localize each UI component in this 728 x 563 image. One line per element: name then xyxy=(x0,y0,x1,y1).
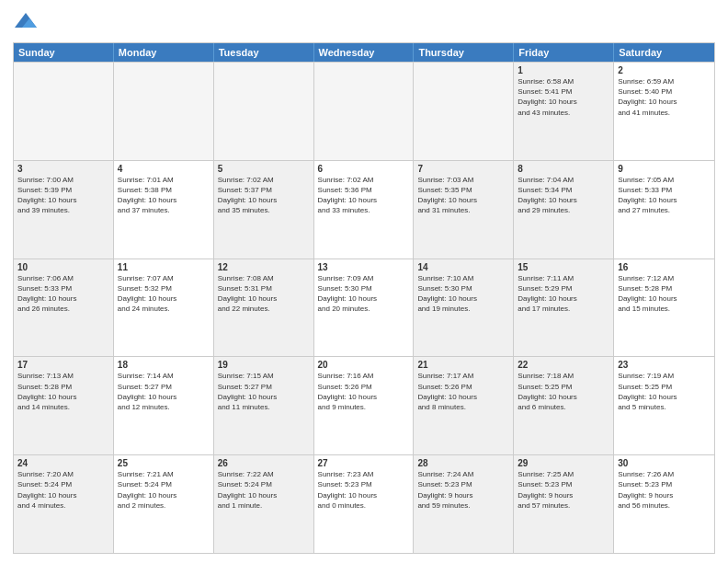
day-number: 18 xyxy=(118,360,210,370)
calendar-body: 1Sunrise: 6:58 AM Sunset: 5:41 PM Daylig… xyxy=(14,62,714,553)
calendar-cell: 26Sunrise: 7:22 AM Sunset: 5:24 PM Dayli… xyxy=(214,455,314,553)
day-info: Sunrise: 7:12 AM Sunset: 5:28 PM Dayligh… xyxy=(618,273,711,315)
calendar-cell: 21Sunrise: 7:17 AM Sunset: 5:26 PM Dayli… xyxy=(414,357,514,454)
day-info: Sunrise: 7:06 AM Sunset: 5:33 PM Dayligh… xyxy=(17,273,109,315)
calendar-cell: 28Sunrise: 7:24 AM Sunset: 5:23 PM Dayli… xyxy=(414,455,514,553)
calendar-cell: 27Sunrise: 7:23 AM Sunset: 5:23 PM Dayli… xyxy=(314,455,415,553)
day-info: Sunrise: 7:22 AM Sunset: 5:24 PM Dayligh… xyxy=(218,469,310,511)
day-number: 29 xyxy=(518,458,609,468)
day-info: Sunrise: 7:17 AM Sunset: 5:26 PM Dayligh… xyxy=(417,371,509,412)
calendar-cell: 4Sunrise: 7:01 AM Sunset: 5:38 PM Daylig… xyxy=(114,161,214,259)
day-info: Sunrise: 6:58 AM Sunset: 5:41 PM Dayligh… xyxy=(518,76,609,118)
day-number: 22 xyxy=(518,360,609,370)
calendar-cell: 1Sunrise: 6:58 AM Sunset: 5:41 PM Daylig… xyxy=(514,63,614,160)
day-info: Sunrise: 7:19 AM Sunset: 5:25 PM Dayligh… xyxy=(618,371,711,412)
calendar-cell: 25Sunrise: 7:21 AM Sunset: 5:24 PM Dayli… xyxy=(114,455,214,553)
day-info: Sunrise: 7:16 AM Sunset: 5:26 PM Dayligh… xyxy=(318,371,410,412)
day-info: Sunrise: 7:10 AM Sunset: 5:30 PM Dayligh… xyxy=(417,273,509,315)
day-number: 12 xyxy=(218,262,310,272)
calendar-cell: 16Sunrise: 7:12 AM Sunset: 5:28 PM Dayli… xyxy=(614,259,714,357)
day-info: Sunrise: 7:13 AM Sunset: 5:28 PM Dayligh… xyxy=(17,371,109,412)
day-number: 9 xyxy=(618,164,711,174)
day-info: Sunrise: 7:26 AM Sunset: 5:23 PM Dayligh… xyxy=(618,469,711,511)
day-number: 3 xyxy=(17,164,109,174)
weekday-header: Thursday xyxy=(414,43,514,62)
day-number: 11 xyxy=(118,262,210,272)
day-number: 4 xyxy=(118,164,210,174)
calendar-cell: 30Sunrise: 7:26 AM Sunset: 5:23 PM Dayli… xyxy=(614,455,714,553)
calendar-cell xyxy=(314,63,415,160)
day-number: 20 xyxy=(318,360,410,370)
day-number: 21 xyxy=(417,360,509,370)
calendar-row: 3Sunrise: 7:00 AM Sunset: 5:39 PM Daylig… xyxy=(14,160,714,259)
day-number: 2 xyxy=(618,65,711,75)
weekday-header: Friday xyxy=(514,43,614,62)
day-info: Sunrise: 7:24 AM Sunset: 5:23 PM Dayligh… xyxy=(417,469,509,511)
day-number: 25 xyxy=(118,458,210,468)
header xyxy=(13,9,715,35)
day-number: 5 xyxy=(218,164,310,174)
weekday-header: Sunday xyxy=(14,43,114,62)
calendar-cell: 23Sunrise: 7:19 AM Sunset: 5:25 PM Dayli… xyxy=(614,357,714,454)
day-info: Sunrise: 7:02 AM Sunset: 5:36 PM Dayligh… xyxy=(318,175,410,216)
calendar-header: SundayMondayTuesdayWednesdayThursdayFrid… xyxy=(14,43,714,62)
day-info: Sunrise: 6:59 AM Sunset: 5:40 PM Dayligh… xyxy=(618,76,711,118)
day-info: Sunrise: 7:04 AM Sunset: 5:34 PM Dayligh… xyxy=(518,175,609,216)
day-number: 10 xyxy=(17,262,109,272)
calendar-row: 1Sunrise: 6:58 AM Sunset: 5:41 PM Daylig… xyxy=(14,62,714,160)
calendar-cell xyxy=(414,63,514,160)
calendar-cell: 2Sunrise: 6:59 AM Sunset: 5:40 PM Daylig… xyxy=(614,63,714,160)
weekday-header: Tuesday xyxy=(214,43,314,62)
weekday-header: Saturday xyxy=(614,43,714,62)
calendar-cell xyxy=(14,63,114,160)
day-info: Sunrise: 7:03 AM Sunset: 5:35 PM Dayligh… xyxy=(417,175,509,216)
day-info: Sunrise: 7:07 AM Sunset: 5:32 PM Dayligh… xyxy=(118,273,210,315)
day-number: 14 xyxy=(417,262,509,272)
day-number: 19 xyxy=(218,360,310,370)
day-info: Sunrise: 7:25 AM Sunset: 5:23 PM Dayligh… xyxy=(518,469,609,511)
calendar-cell: 6Sunrise: 7:02 AM Sunset: 5:36 PM Daylig… xyxy=(314,161,415,259)
calendar-cell: 13Sunrise: 7:09 AM Sunset: 5:30 PM Dayli… xyxy=(314,259,415,357)
calendar-cell: 24Sunrise: 7:20 AM Sunset: 5:24 PM Dayli… xyxy=(14,455,114,553)
calendar-cell: 19Sunrise: 7:15 AM Sunset: 5:27 PM Dayli… xyxy=(214,357,314,454)
day-info: Sunrise: 7:01 AM Sunset: 5:38 PM Dayligh… xyxy=(118,175,210,216)
calendar-cell: 11Sunrise: 7:07 AM Sunset: 5:32 PM Dayli… xyxy=(114,259,214,357)
calendar-cell: 8Sunrise: 7:04 AM Sunset: 5:34 PM Daylig… xyxy=(514,161,614,259)
calendar-cell: 14Sunrise: 7:10 AM Sunset: 5:30 PM Dayli… xyxy=(414,259,514,357)
day-number: 26 xyxy=(218,458,310,468)
day-number: 13 xyxy=(318,262,410,272)
day-info: Sunrise: 7:18 AM Sunset: 5:25 PM Dayligh… xyxy=(518,371,609,412)
calendar-cell: 12Sunrise: 7:08 AM Sunset: 5:31 PM Dayli… xyxy=(214,259,314,357)
day-number: 7 xyxy=(417,164,509,174)
calendar-row: 10Sunrise: 7:06 AM Sunset: 5:33 PM Dayli… xyxy=(14,259,714,357)
calendar-cell xyxy=(114,63,214,160)
day-number: 23 xyxy=(618,360,711,370)
day-number: 28 xyxy=(417,458,509,468)
day-number: 15 xyxy=(518,262,609,272)
calendar-cell: 7Sunrise: 7:03 AM Sunset: 5:35 PM Daylig… xyxy=(414,161,514,259)
day-number: 1 xyxy=(518,65,609,75)
day-info: Sunrise: 7:02 AM Sunset: 5:37 PM Dayligh… xyxy=(218,175,310,216)
day-number: 16 xyxy=(618,262,711,272)
day-number: 8 xyxy=(518,164,609,174)
day-info: Sunrise: 7:11 AM Sunset: 5:29 PM Dayligh… xyxy=(518,273,609,315)
calendar-cell: 29Sunrise: 7:25 AM Sunset: 5:23 PM Dayli… xyxy=(514,455,614,553)
weekday-header: Monday xyxy=(114,43,214,62)
logo xyxy=(13,9,42,35)
calendar-cell: 17Sunrise: 7:13 AM Sunset: 5:28 PM Dayli… xyxy=(14,357,114,454)
calendar-cell: 9Sunrise: 7:05 AM Sunset: 5:33 PM Daylig… xyxy=(614,161,714,259)
day-info: Sunrise: 7:21 AM Sunset: 5:24 PM Dayligh… xyxy=(118,469,210,511)
day-info: Sunrise: 7:08 AM Sunset: 5:31 PM Dayligh… xyxy=(218,273,310,315)
calendar-cell: 18Sunrise: 7:14 AM Sunset: 5:27 PM Dayli… xyxy=(114,357,214,454)
calendar: SundayMondayTuesdayWednesdayThursdayFrid… xyxy=(13,42,715,554)
day-number: 30 xyxy=(618,458,711,468)
calendar-cell: 3Sunrise: 7:00 AM Sunset: 5:39 PM Daylig… xyxy=(14,161,114,259)
day-number: 27 xyxy=(318,458,410,468)
page: SundayMondayTuesdayWednesdayThursdayFrid… xyxy=(0,0,728,563)
calendar-cell xyxy=(214,63,314,160)
weekday-header: Wednesday xyxy=(314,43,415,62)
day-info: Sunrise: 7:09 AM Sunset: 5:30 PM Dayligh… xyxy=(318,273,410,315)
day-info: Sunrise: 7:00 AM Sunset: 5:39 PM Dayligh… xyxy=(17,175,109,216)
calendar-row: 17Sunrise: 7:13 AM Sunset: 5:28 PM Dayli… xyxy=(14,356,714,454)
calendar-row: 24Sunrise: 7:20 AM Sunset: 5:24 PM Dayli… xyxy=(14,454,714,553)
